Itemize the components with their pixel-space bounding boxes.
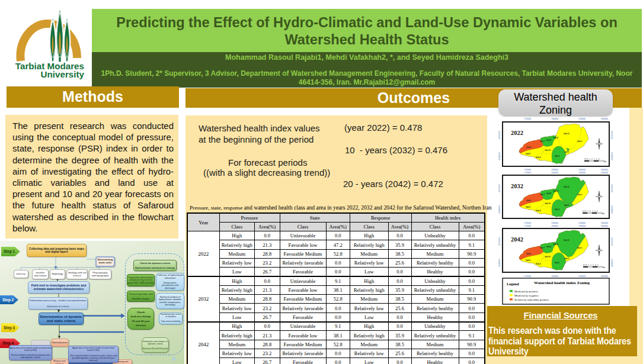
svg-text:2042: 2042 <box>511 236 523 243</box>
svg-text:Moderately positive: Moderately positive <box>514 290 539 293</box>
svg-text:4048000: 4048000 <box>610 205 613 214</box>
svg-text:4048000: 4048000 <box>610 152 613 160</box>
svg-text:4056000: 4056000 <box>498 184 501 192</box>
svg-text:4048000: 4048000 <box>610 259 613 267</box>
svg-text:4056000: 4056000 <box>610 237 613 246</box>
svg-text:Legend: Legend <box>507 282 519 286</box>
svg-text:2022: 2022 <box>511 130 523 136</box>
svg-text:Relatively unhealthy positive: Relatively unhealthy positive <box>514 298 549 301</box>
svg-text:4056000: 4056000 <box>498 237 501 246</box>
svg-text:Watershed health index Zoning: Watershed health index Zoning <box>534 281 590 285</box>
svg-text:4056000: 4056000 <box>498 131 501 139</box>
svg-text:University: University <box>41 69 85 79</box>
svg-text:4048000: 4048000 <box>498 259 501 267</box>
svg-text:4048000: 4048000 <box>498 205 501 214</box>
svg-text:2032: 2032 <box>511 183 523 189</box>
svg-text:4048000: 4048000 <box>498 152 501 160</box>
svg-text:4056000: 4056000 <box>610 184 613 192</box>
svg-text:Moderately negative: Moderately negative <box>514 294 539 297</box>
svg-text:4056000: 4056000 <box>610 131 613 139</box>
